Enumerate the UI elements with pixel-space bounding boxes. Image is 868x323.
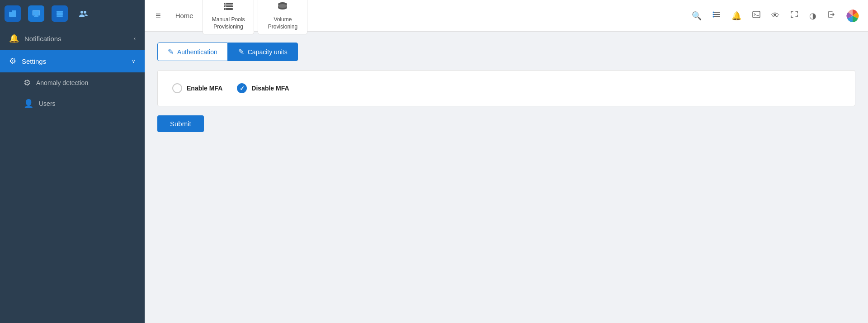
- svg-point-14: [225, 5, 226, 7]
- svg-rect-7: [57, 15, 63, 17]
- top-icon-bar: [0, 0, 145, 27]
- svg-rect-21: [713, 12, 720, 13]
- svg-point-8: [80, 11, 83, 14]
- tab-authentication[interactable]: ✎ Authentication: [157, 43, 228, 61]
- contrast-button[interactable]: ◑: [807, 9, 818, 23]
- authentication-tab-label: Authentication: [177, 48, 217, 56]
- mfa-radio-group: Enable MFA Disable MFA: [172, 83, 840, 93]
- header: ≡ Home Manual PoolsProvisioning: [145, 0, 868, 32]
- disable-mfa-label: Disable MFA: [251, 85, 289, 92]
- sidebar-item-notifications-label: Notifications: [24, 35, 61, 43]
- disable-mfa-radio[interactable]: [237, 83, 247, 93]
- storage-app-icon[interactable]: [52, 5, 68, 22]
- eye-button[interactable]: 👁: [769, 9, 781, 22]
- svg-point-9: [84, 11, 86, 14]
- svg-point-15: [225, 8, 226, 10]
- capacity-units-tab-icon: ✎: [238, 48, 244, 56]
- manual-pools-label: Manual PoolsProvisioning: [212, 16, 245, 30]
- header-actions: 🔍 🔔 👁: [690, 8, 861, 24]
- tab-capacity-units[interactable]: ✎ Capacity units: [228, 43, 298, 61]
- svg-rect-4: [34, 16, 38, 17]
- bell-button[interactable]: 🔔: [730, 9, 743, 23]
- tab-manual-pools[interactable]: Manual PoolsProvisioning: [203, 0, 255, 34]
- volume-provisioning-icon: [276, 1, 289, 14]
- content-tabs: ✎ Authentication ✎ Capacity units: [157, 43, 855, 61]
- sidebar: 🔔 Notifications ‹ ⚙ Settings ∨ ⚙ Anomaly…: [0, 0, 145, 323]
- files-app-icon[interactable]: [5, 5, 21, 22]
- mfa-card: Enable MFA Disable MFA: [157, 70, 855, 106]
- tab-volume-provisioning[interactable]: VolumeProvisioning: [258, 0, 307, 34]
- svg-rect-27: [753, 11, 760, 18]
- app-logo: [844, 8, 861, 24]
- search-button[interactable]: 🔍: [690, 9, 703, 23]
- submit-button[interactable]: Submit: [157, 115, 204, 132]
- svg-point-26: [713, 16, 714, 18]
- content-area: ✎ Authentication ✎ Capacity units Enable…: [145, 32, 868, 323]
- svg-rect-1: [9, 10, 12, 12]
- fullscreen-button[interactable]: [788, 9, 800, 23]
- manual-pools-icon: [222, 1, 235, 14]
- users-sidebar-icon: 👤: [24, 99, 33, 109]
- volume-provisioning-label: VolumeProvisioning: [268, 16, 297, 30]
- svg-point-13: [225, 3, 226, 4]
- terminal-button[interactable]: [750, 9, 762, 23]
- sidebar-item-notifications[interactable]: 🔔 Notifications ‹: [0, 27, 145, 50]
- enable-mfa-radio[interactable]: [172, 83, 182, 93]
- svg-point-20: [278, 4, 287, 8]
- authentication-tab-icon: ✎: [168, 48, 174, 56]
- svg-rect-5: [57, 11, 63, 13]
- svg-rect-23: [713, 16, 720, 17]
- monitor-app-icon[interactable]: [28, 5, 44, 22]
- menu-button[interactable]: ≡: [152, 7, 165, 24]
- chevron-icon: ‹: [134, 35, 136, 42]
- enable-mfa-label: Enable MFA: [187, 85, 222, 92]
- svg-rect-22: [713, 14, 720, 15]
- logout-button[interactable]: [826, 9, 837, 23]
- svg-rect-2: [33, 10, 40, 15]
- svg-rect-3: [35, 15, 38, 16]
- notifications-icon: 🔔: [9, 33, 19, 43]
- capacity-units-tab-label: Capacity units: [248, 48, 288, 56]
- sidebar-item-users[interactable]: 👤 Users: [0, 93, 145, 114]
- svg-rect-6: [57, 13, 63, 15]
- sidebar-item-anomaly-detection[interactable]: ⚙ Anomaly detection: [0, 72, 145, 93]
- settings-icon: ⚙: [9, 56, 16, 66]
- sidebar-item-settings-label: Settings: [22, 57, 46, 65]
- home-link[interactable]: Home: [168, 12, 201, 19]
- sidebar-item-anomaly-label: Anomaly detection: [36, 79, 88, 86]
- enable-mfa-option[interactable]: Enable MFA: [172, 83, 222, 93]
- svg-point-24: [713, 12, 714, 13]
- sidebar-item-settings[interactable]: ⚙ Settings ∨: [0, 50, 145, 72]
- settings-chevron-icon: ∨: [132, 58, 136, 64]
- anomaly-icon: ⚙: [24, 78, 31, 88]
- svg-point-25: [713, 14, 714, 15]
- users-app-icon[interactable]: [75, 5, 91, 22]
- main-area: ≡ Home Manual PoolsProvisioning: [145, 0, 868, 323]
- list-button[interactable]: [711, 9, 722, 23]
- sidebar-item-users-label: Users: [39, 100, 56, 107]
- disable-mfa-option[interactable]: Disable MFA: [237, 83, 289, 93]
